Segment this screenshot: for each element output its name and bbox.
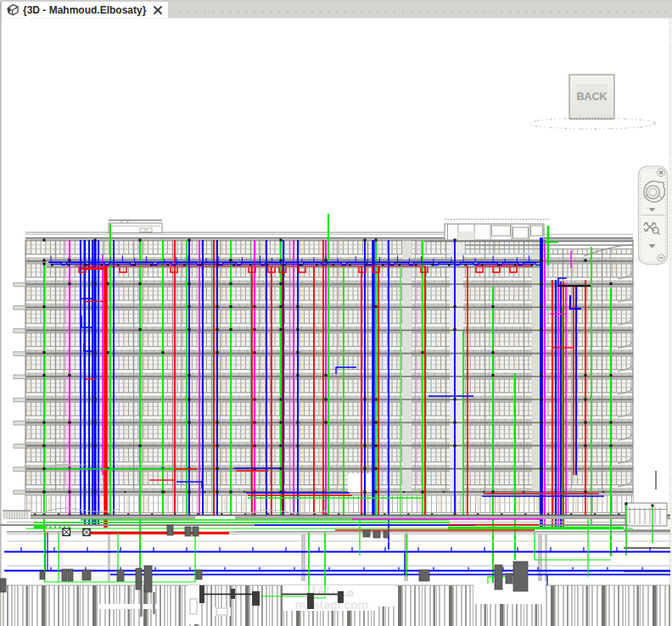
svg-text:{3D - Mahmoud.Elbosaty}: {3D - Mahmoud.Elbosaty} [23,4,147,16]
svg-text:mostaql.com: mostaql.com [295,598,368,612]
svg-text:BACK: BACK [576,91,607,103]
